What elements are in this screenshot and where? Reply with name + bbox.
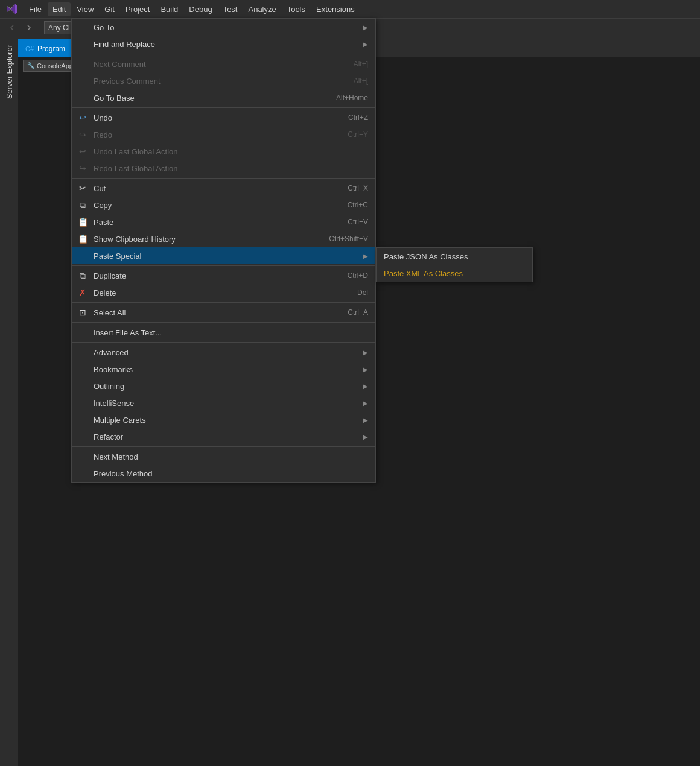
- menu-item-label-insert-file: Insert File As Text...: [94, 328, 368, 337]
- menu-item-arrow-intellisense: ▶: [363, 400, 368, 407]
- menu-item-redo-global: ↪Redo Last Global Action: [72, 160, 375, 177]
- menu-project[interactable]: Project: [121, 2, 154, 16]
- menu-file[interactable]: File: [24, 2, 46, 16]
- menu-item-shortcut-redo: Ctrl+Y: [348, 130, 368, 139]
- clipboard-icon: 📋: [77, 233, 89, 245]
- menu-item-arrow-outlining: ▶: [363, 383, 368, 390]
- menu-item-select-all[interactable]: ⊡Select AllCtrl+A: [72, 304, 375, 321]
- menu-item-label-redo: Redo: [94, 130, 348, 139]
- menu-item-multiple-carets[interactable]: Multiple Carets▶: [72, 411, 375, 428]
- menu-item-undo[interactable]: ↩UndoCtrl+Z: [72, 109, 375, 126]
- vs-logo: [5, 2, 19, 16]
- menu-item-arrow-goto: ▶: [363, 24, 368, 31]
- menu-item-shortcut-paste: Ctrl+V: [348, 218, 368, 226]
- menu-git[interactable]: Git: [100, 2, 119, 16]
- menu-item-label-cut: Cut: [94, 184, 348, 193]
- back-button[interactable]: [5, 21, 19, 35]
- tab-program[interactable]: C# Program: [18, 39, 72, 57]
- menu-item-label-next-method: Next Method: [94, 452, 368, 461]
- menu-item-duplicate[interactable]: ⧉DuplicateCtrl+D: [72, 267, 375, 284]
- menu-item-next-comment: Next CommentAlt+]: [72, 55, 375, 72]
- menu-item-bookmarks[interactable]: Bookmarks▶: [72, 361, 375, 378]
- paste-json-item[interactable]: Paste JSON As Classes: [377, 248, 532, 265]
- menu-bar: File Edit View Git Project Build Debug T…: [0, 0, 700, 18]
- menu-item-label-next-comment: Next Comment: [94, 60, 354, 69]
- delete-icon: ✗: [77, 286, 89, 299]
- menu-separator-22: [72, 322, 375, 323]
- menu-item-label-undo: Undo: [94, 113, 348, 122]
- menu-item-intellisense[interactable]: IntelliSense▶: [72, 394, 375, 411]
- cut-icon: ✂: [77, 182, 89, 194]
- menu-item-outlining[interactable]: Outlining▶: [72, 378, 375, 394]
- server-explorer-tab[interactable]: Server Explorer: [1, 39, 18, 105]
- menu-item-find-replace[interactable]: Find and Replace▶: [72, 36, 375, 52]
- menu-item-label-intellisense: IntelliSense: [94, 399, 358, 408]
- menu-item-label-refactor: Refactor: [94, 432, 358, 442]
- menu-separator-17: [72, 265, 375, 266]
- menu-item-shortcut-delete: Del: [357, 288, 368, 297]
- menu-item-shortcut-duplicate: Ctrl+D: [348, 271, 368, 280]
- menu-separator-24: [72, 342, 375, 343]
- menu-item-label-find-replace: Find and Replace: [94, 40, 358, 49]
- menu-item-insert-file[interactable]: Insert File As Text...: [72, 324, 375, 341]
- menu-item-label-multiple-carets: Multiple Carets: [94, 416, 358, 425]
- menu-test[interactable]: Test: [218, 2, 243, 16]
- menu-separator-20: [72, 302, 375, 303]
- menu-separator-2: [72, 54, 375, 54]
- menu-item-cut[interactable]: ✂CutCtrl+X: [72, 180, 375, 197]
- menu-item-label-undo-global: Undo Last Global Action: [94, 147, 368, 156]
- menu-item-shortcut-next-comment: Alt+]: [354, 60, 368, 68]
- menu-item-undo-global: ↩Undo Last Global Action: [72, 143, 375, 160]
- menu-item-prev-method[interactable]: Previous Method: [72, 465, 375, 482]
- menu-item-label-redo-global: Redo Last Global Action: [94, 164, 368, 173]
- menu-item-label-go-to-base: Go To Base: [94, 93, 336, 103]
- menu-item-refactor[interactable]: Refactor▶: [72, 428, 375, 445]
- menu-item-goto[interactable]: Go To▶: [72, 19, 375, 36]
- edit-menu: Go To▶Find and Replace▶Next CommentAlt+]…: [71, 18, 376, 483]
- menu-item-arrow-bookmarks: ▶: [363, 366, 368, 373]
- menu-debug[interactable]: Debug: [184, 2, 217, 16]
- menu-item-label-select-all: Select All: [94, 308, 348, 317]
- menu-analyze[interactable]: Analyze: [243, 2, 281, 16]
- namespace-icon: 🔧: [27, 62, 34, 69]
- menu-item-label-duplicate: Duplicate: [94, 271, 348, 280]
- menu-item-advanced[interactable]: Advanced▶: [72, 344, 375, 361]
- copy-icon: ⧉: [77, 199, 89, 211]
- menu-edit[interactable]: Edit: [48, 2, 71, 16]
- paste-xml-item[interactable]: Paste XML As Classes: [377, 265, 532, 282]
- menu-item-label-goto: Go To: [94, 23, 358, 32]
- forward-button[interactable]: [22, 21, 36, 35]
- menu-item-label-delete: Delete: [94, 288, 357, 297]
- select-all-icon: ⊡: [77, 306, 89, 318]
- tab-program-label: Program: [37, 45, 65, 53]
- menu-item-shortcut-cut: Ctrl+X: [348, 184, 368, 192]
- menu-view[interactable]: View: [72, 2, 98, 16]
- menu-separator-11: [72, 178, 375, 179]
- undo-icon: ↩: [77, 112, 89, 124]
- menu-item-go-to-base[interactable]: Go To BaseAlt+Home: [72, 89, 375, 106]
- menu-item-shortcut-clipboard-history: Ctrl+Shift+V: [329, 235, 368, 243]
- menu-item-prev-comment: Previous CommentAlt+[: [72, 72, 375, 89]
- menu-item-label-bookmarks: Bookmarks: [94, 365, 358, 374]
- menu-item-shortcut-prev-comment: Alt+[: [354, 77, 368, 85]
- menu-item-paste-special[interactable]: Paste Special▶: [72, 247, 375, 264]
- paste-json-label: Paste JSON As Classes: [384, 252, 468, 261]
- menu-separator-6: [72, 107, 375, 108]
- menu-item-delete[interactable]: ✗DeleteDel: [72, 284, 375, 301]
- menu-tools[interactable]: Tools: [282, 2, 310, 16]
- menu-item-shortcut-undo: Ctrl+Z: [348, 113, 368, 122]
- menu-item-label-advanced: Advanced: [94, 348, 358, 357]
- menu-item-clipboard-history[interactable]: 📋Show Clipboard HistoryCtrl+Shift+V: [72, 230, 375, 247]
- menu-item-copy[interactable]: ⧉CopyCtrl+C: [72, 197, 375, 214]
- menu-extensions[interactable]: Extensions: [311, 2, 360, 16]
- menu-item-shortcut-copy: Ctrl+C: [348, 201, 368, 209]
- menu-item-paste[interactable]: 📋PasteCtrl+V: [72, 214, 375, 230]
- menu-build[interactable]: Build: [156, 2, 183, 16]
- menu-item-shortcut-go-to-base: Alt+Home: [336, 93, 368, 102]
- menu-item-next-method[interactable]: Next Method: [72, 448, 375, 465]
- menu-item-label-clipboard-history: Show Clipboard History: [94, 235, 329, 244]
- paste-icon: 📋: [77, 216, 89, 228]
- menu-item-label-copy: Copy: [94, 201, 348, 210]
- menu-item-label-outlining: Outlining: [94, 382, 358, 391]
- paste-xml-label: Paste XML As Classes: [384, 269, 463, 278]
